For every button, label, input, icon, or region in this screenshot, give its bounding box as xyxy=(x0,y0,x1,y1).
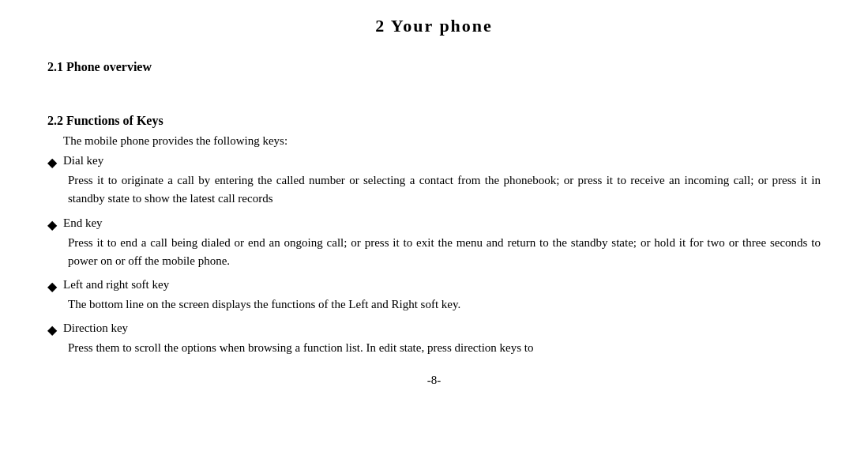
page-footer: -8- xyxy=(47,374,821,387)
bullet-desc-2: The bottom line on the screen displays t… xyxy=(68,295,821,314)
bullet-label-2: Left and right soft key xyxy=(63,278,169,292)
bullet-desc-1: Press it to end a call being dialed or e… xyxy=(68,234,821,271)
bullet-item-1: ◆ End key Press it to end a call being d… xyxy=(47,216,821,271)
bullet-desc-3: Press them to scroll the options when br… xyxy=(68,339,821,357)
page-title: 2 Your phone xyxy=(47,16,821,36)
bullet-label-1: End key xyxy=(63,216,103,230)
bullet-item-2: ◆ Left and right soft key The bottom lin… xyxy=(47,278,821,314)
bullet-label-0: Dial key xyxy=(63,154,103,167)
bullet-desc-0: Press it to originate a call by entering… xyxy=(68,171,821,209)
bullet-list: ◆ Dial key Press it to originate a call … xyxy=(47,154,821,358)
bullet-label-3: Direction key xyxy=(63,322,128,335)
bullet-item-3: ◆ Direction key Press them to scroll the… xyxy=(47,322,821,357)
diamond-icon-0: ◆ xyxy=(47,155,57,170)
diamond-icon-3: ◆ xyxy=(47,322,57,337)
section-2-2: 2.2 Functions of Keys The mobile phone p… xyxy=(47,114,821,358)
bullet-item-0: ◆ Dial key Press it to originate a call … xyxy=(47,154,821,209)
section-2-2-intro: The mobile phone provides the following … xyxy=(63,134,821,148)
section-2-2-heading: 2.2 Functions of Keys xyxy=(47,114,821,128)
section-2-1-heading: 2.1 Phone overview xyxy=(47,60,821,74)
diamond-icon-1: ◆ xyxy=(47,217,57,232)
diamond-icon-2: ◆ xyxy=(47,279,57,294)
section-2-1: 2.1 Phone overview xyxy=(47,60,821,74)
